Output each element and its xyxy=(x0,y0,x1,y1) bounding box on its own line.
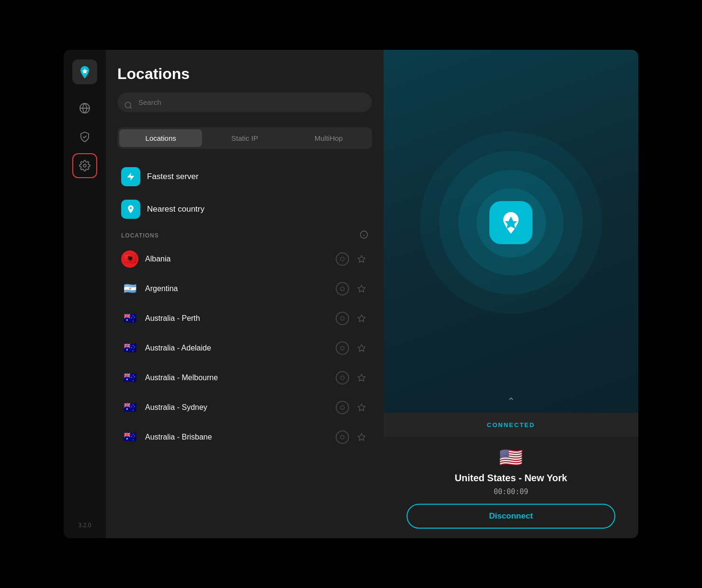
connect-button[interactable] xyxy=(336,312,349,325)
chevron-up-icon[interactable]: ⌃ xyxy=(507,396,515,407)
sidebar-item-globe[interactable] xyxy=(72,96,97,121)
location-name: Australia - Melbourne xyxy=(145,373,336,382)
favorite-button[interactable] xyxy=(355,312,368,325)
sidebar-item-shield[interactable] xyxy=(72,124,97,149)
favorite-button[interactable] xyxy=(355,401,368,414)
locations-section-label: LOCATIONS xyxy=(121,232,159,239)
info-icon[interactable] xyxy=(360,230,368,240)
connect-button[interactable] xyxy=(336,430,349,444)
app-window: 3.2.0 Locations Locations Static IP Mult… xyxy=(64,50,638,538)
svg-marker-19 xyxy=(358,434,365,441)
connect-button[interactable] xyxy=(336,341,349,355)
svg-point-14 xyxy=(340,376,344,380)
favorite-button[interactable] xyxy=(355,341,368,355)
svg-marker-11 xyxy=(358,315,365,322)
svg-marker-9 xyxy=(358,285,365,292)
connect-button[interactable] xyxy=(336,282,349,295)
connect-button[interactable] xyxy=(336,401,349,414)
nearest-country-item[interactable]: Nearest country xyxy=(117,193,372,226)
sidebar-item-settings[interactable] xyxy=(72,153,97,178)
list-item[interactable]: 🇦🇷 Argentina xyxy=(117,274,372,304)
nearest-country-icon xyxy=(121,200,140,219)
location-name: Australia - Adelaide xyxy=(145,344,336,352)
location-name: Australia - Brisbane xyxy=(145,433,336,441)
tab-static-ip[interactable]: Static IP xyxy=(203,129,286,147)
favorite-button[interactable] xyxy=(355,252,368,266)
svg-point-12 xyxy=(340,346,344,350)
location-name: Argentina xyxy=(145,284,336,293)
flag-australia: 🇦🇺 xyxy=(121,339,138,357)
location-name: Australia - Sydney xyxy=(145,403,336,412)
list-item[interactable]: 🇦🇺 Australia - Adelaide xyxy=(117,333,372,363)
favorite-button[interactable] xyxy=(355,430,368,444)
location-actions xyxy=(336,401,368,414)
favorite-button[interactable] xyxy=(355,282,368,295)
sidebar: 3.2.0 xyxy=(64,50,106,538)
location-actions xyxy=(336,252,368,266)
locations-header: LOCATIONS xyxy=(117,226,372,244)
disconnect-button[interactable]: Disconnect xyxy=(407,504,615,529)
panel-title: Locations xyxy=(117,65,372,83)
left-panel: Locations Locations Static IP MultiHop F… xyxy=(106,50,384,538)
tab-locations[interactable]: Locations xyxy=(119,129,202,147)
svg-point-2 xyxy=(125,102,131,108)
search-input[interactable] xyxy=(117,92,372,112)
bottom-info: 🇺🇸 United States - New York 00:00:09 Dis… xyxy=(384,437,638,538)
flag-australia: 🇦🇺 xyxy=(121,429,138,446)
location-name: Albania xyxy=(145,255,336,263)
locations-list: 🇦🇱 Albania 🇦🇷 Argentina xyxy=(117,244,372,527)
nearest-country-label: Nearest country xyxy=(147,204,204,214)
list-item[interactable]: 🇦🇺 Australia - Melbourne xyxy=(117,363,372,393)
svg-point-6 xyxy=(340,257,344,261)
location-actions xyxy=(336,282,368,295)
flag-albania: 🇦🇱 xyxy=(121,250,138,268)
location-actions xyxy=(336,312,368,325)
list-item[interactable]: 🇦🇺 Australia - Perth xyxy=(117,304,372,333)
connected-country-flag: 🇺🇸 xyxy=(499,446,523,469)
location-actions xyxy=(336,430,368,444)
search-icon xyxy=(124,101,133,112)
fastest-server-icon xyxy=(121,167,140,186)
svg-marker-15 xyxy=(358,374,365,381)
tabs-bar: Locations Static IP MultiHop xyxy=(117,127,372,149)
list-item[interactable]: 🇦🇺 Australia - Sydney xyxy=(117,393,372,422)
flag-argentina: 🇦🇷 xyxy=(121,280,138,297)
flag-australia: 🇦🇺 xyxy=(121,310,138,327)
connected-bar: CONNECTED xyxy=(384,413,638,437)
fastest-server-item[interactable]: Fastest server xyxy=(117,160,372,193)
location-name: Australia - Perth xyxy=(145,314,336,323)
right-panel: ⌃ CONNECTED 🇺🇸 United States - New York … xyxy=(384,50,638,538)
flag-australia: 🇦🇺 xyxy=(121,399,138,416)
fastest-server-label: Fastest server xyxy=(147,172,199,181)
svg-point-18 xyxy=(340,435,344,439)
connected-label: CONNECTED xyxy=(487,421,535,429)
vpn-visual xyxy=(489,50,532,396)
search-wrapper xyxy=(117,92,372,120)
connect-button[interactable] xyxy=(336,371,349,384)
location-actions xyxy=(336,371,368,384)
app-version: 3.2.0 xyxy=(79,522,91,529)
svg-marker-13 xyxy=(358,345,365,351)
svg-marker-7 xyxy=(358,256,365,262)
flag-australia: 🇦🇺 xyxy=(121,369,138,386)
connection-timer: 00:00:09 xyxy=(494,487,528,496)
list-item[interactable]: 🇦🇺 Australia - Brisbane xyxy=(117,422,372,452)
connect-button[interactable] xyxy=(336,252,349,266)
svg-point-10 xyxy=(340,317,344,320)
favorite-button[interactable] xyxy=(355,371,368,384)
list-item[interactable]: 🇦🇱 Albania xyxy=(117,244,372,274)
location-actions xyxy=(336,341,368,355)
svg-point-8 xyxy=(340,287,344,291)
connected-country-name: United States - New York xyxy=(455,473,567,484)
svg-point-16 xyxy=(340,406,344,409)
app-logo xyxy=(72,59,97,84)
surfshark-logo-large xyxy=(489,201,532,244)
tab-multihop[interactable]: MultiHop xyxy=(287,129,370,147)
svg-marker-17 xyxy=(358,404,365,411)
svg-point-1 xyxy=(83,164,86,167)
chevron-up-area[interactable]: ⌃ xyxy=(507,396,515,413)
